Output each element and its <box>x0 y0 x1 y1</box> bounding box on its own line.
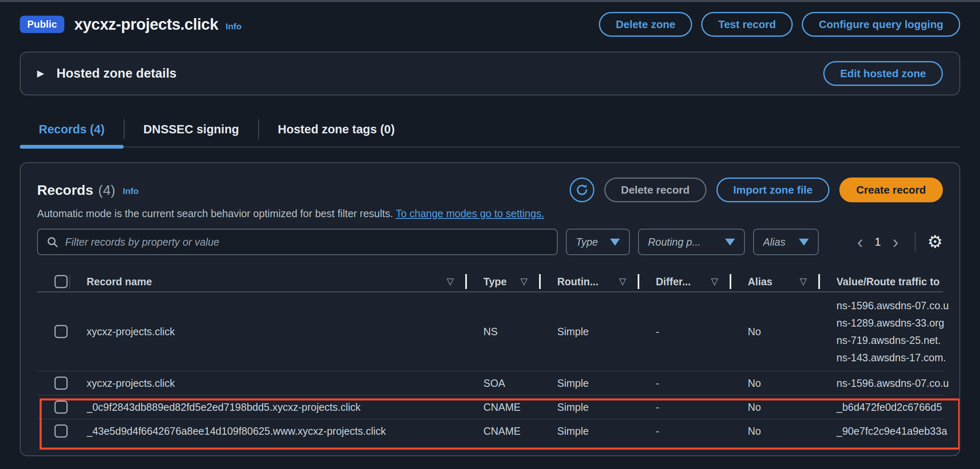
column-header-differentiator[interactable]: Differ... ▽ <box>656 272 748 291</box>
row-checkbox-cell <box>37 400 87 414</box>
differentiator-cell: - <box>656 425 748 437</box>
alias-cell: No <box>748 401 836 413</box>
search-icon <box>46 236 59 248</box>
description-text: Automatic mode is the current search beh… <box>37 208 393 219</box>
hosted-zone-details-title[interactable]: Hosted zone details <box>57 66 177 81</box>
current-page-number[interactable]: 1 <box>875 236 881 249</box>
table-row[interactable]: xycxz-projects.click SOA Simple - No ns-… <box>37 371 943 395</box>
column-label: Routin... <box>557 276 598 288</box>
table-row[interactable]: _43e5d9d4f6642676a8ee14d109f80625.www.xy… <box>37 419 943 443</box>
import-zone-file-button[interactable]: Import zone file <box>716 178 829 202</box>
select-all-checkbox[interactable] <box>54 275 68 288</box>
change-modes-settings-link[interactable]: To change modes go to settings. <box>396 208 544 219</box>
tab-dnssec-signing[interactable]: DNSSEC signing <box>125 112 258 147</box>
differentiator-cell: - <box>656 326 748 338</box>
column-label: Differ... <box>656 276 691 288</box>
record-name-cell: xycxz-projects.click <box>87 377 483 389</box>
public-badge: Public <box>20 16 64 33</box>
header-info-link[interactable]: Info <box>226 21 241 31</box>
routing-policy-cell: Simple <box>557 401 656 413</box>
configure-query-logging-button[interactable]: Configure query logging <box>802 12 960 37</box>
route53-hosted-zone-page: Public xycxz-projects.click Info Delete … <box>0 11 980 456</box>
column-header-routing[interactable]: Routin... ▽ <box>557 272 656 291</box>
type-filter-dropdown[interactable]: Type <box>566 229 630 255</box>
chevron-down-icon <box>799 239 809 246</box>
column-header-value[interactable]: Value/Route traffic to <box>836 272 943 291</box>
column-label: Type <box>483 276 507 288</box>
record-type-cell: NS <box>483 326 557 338</box>
routing-policy-filter-dropdown[interactable]: Routing p... <box>638 229 745 255</box>
page-title: xycxz-projects.click <box>74 16 218 33</box>
refresh-button[interactable] <box>570 178 594 202</box>
create-record-button[interactable]: Create record <box>839 178 943 202</box>
tab-bar: Records (4) DNSSEC signing Hosted zone t… <box>20 112 960 147</box>
record-type-cell: SOA <box>483 377 557 389</box>
column-header-type[interactable]: Type ▽ <box>483 272 557 291</box>
differentiator-cell: - <box>656 377 748 389</box>
records-info-link[interactable]: Info <box>123 186 139 196</box>
records-panel-header: Records (4) Info Delete record Import zo… <box>37 163 943 204</box>
records-panel: Records (4) Info Delete record Import zo… <box>20 162 960 456</box>
records-table: Record name ▽ Type ▽ Routin... ▽ Differ.… <box>37 272 943 443</box>
record-name-cell: xycxz-projects.click <box>87 326 483 338</box>
chevron-down-icon <box>725 239 735 246</box>
delete-record-button[interactable]: Delete record <box>604 178 707 202</box>
type-filter-label: Type <box>576 236 598 248</box>
page-header: Public xycxz-projects.click Info Delete … <box>20 11 960 38</box>
column-header-record-name[interactable]: Record name ▽ <box>87 272 483 291</box>
filter-toolbar: Type Routing p... Alias ‹ 1 › ⚙ <box>37 229 943 255</box>
previous-page-icon[interactable]: ‹ <box>855 233 866 251</box>
alias-cell: No <box>748 377 836 389</box>
value-cell: _90e7fc2c9e41a9eb33a <box>836 422 947 440</box>
select-all-checkbox-cell <box>37 272 87 291</box>
records-count: (4) <box>98 182 115 198</box>
row-checkbox[interactable] <box>54 325 68 338</box>
row-checkbox[interactable] <box>54 400 68 414</box>
table-header-row: Record name ▽ Type ▽ Routin... ▽ Differ.… <box>37 272 943 292</box>
alias-filter-label: Alias <box>763 236 785 248</box>
value-cell: ns-1596.awsdns-07.co.uns-1289.awsdns-33.… <box>836 297 949 366</box>
differentiator-cell: - <box>656 401 748 413</box>
filter-triangle-icon[interactable]: ▽ <box>619 276 626 287</box>
test-record-button[interactable]: Test record <box>701 12 793 37</box>
row-checkbox-cell <box>37 325 87 338</box>
pager-divider <box>915 232 916 252</box>
filter-records-input[interactable] <box>65 236 549 248</box>
row-checkbox-cell <box>37 424 87 438</box>
row-checkbox[interactable] <box>54 424 68 438</box>
record-type-cell: CNAME <box>483 425 557 437</box>
filter-triangle-icon[interactable]: ▽ <box>800 276 807 287</box>
row-checkbox[interactable] <box>54 377 68 390</box>
tab-records[interactable]: Records (4) <box>20 112 124 147</box>
table-row[interactable]: _0c9f2843db889ed82fd5e2ed7198bdd5.xycxz-… <box>37 395 943 419</box>
column-label: Value/Route traffic to <box>836 276 940 288</box>
record-name-cell: _43e5d9d4f6642676a8ee14d109f80625.www.xy… <box>87 425 483 437</box>
filter-triangle-icon[interactable]: ▽ <box>521 276 528 287</box>
gear-icon[interactable]: ⚙ <box>927 233 943 251</box>
table-row[interactable]: xycxz-projects.click NS Simple - No ns-1… <box>37 292 943 371</box>
filter-search-box[interactable] <box>37 229 558 255</box>
routing-policy-cell: Simple <box>557 377 656 389</box>
next-page-icon[interactable]: › <box>890 233 901 251</box>
routing-policy-cell: Simple <box>557 425 656 437</box>
top-edge-strip <box>0 0 980 2</box>
search-mode-description: Automatic mode is the current search beh… <box>37 208 943 220</box>
expand-caret-icon[interactable]: ▶ <box>37 68 44 79</box>
filter-triangle-icon[interactable]: ▽ <box>711 276 718 287</box>
hosted-zone-details-panel: ▶ Hosted zone details Edit hosted zone <box>20 52 960 95</box>
value-cell: ns-1596.awsdns-07.co.u <box>836 374 949 392</box>
filter-triangle-icon[interactable]: ▽ <box>447 276 454 287</box>
record-name-cell: _0c9f2843db889ed82fd5e2ed7198bdd5.xycxz-… <box>87 401 483 413</box>
routing-policy-cell: Simple <box>557 326 656 338</box>
tab-hosted-zone-tags[interactable]: Hosted zone tags (0) <box>259 112 414 147</box>
column-header-alias[interactable]: Alias ▽ <box>748 272 836 291</box>
delete-zone-button[interactable]: Delete zone <box>599 12 693 37</box>
alias-cell: No <box>748 425 836 437</box>
alias-filter-dropdown[interactable]: Alias <box>753 229 819 255</box>
refresh-icon <box>575 183 589 197</box>
column-label: Record name <box>87 276 152 288</box>
pagination: ‹ 1 › ⚙ <box>855 232 943 252</box>
edit-hosted-zone-button[interactable]: Edit hosted zone <box>823 61 943 86</box>
row-checkbox-cell <box>37 377 87 390</box>
chevron-down-icon <box>610 239 620 246</box>
